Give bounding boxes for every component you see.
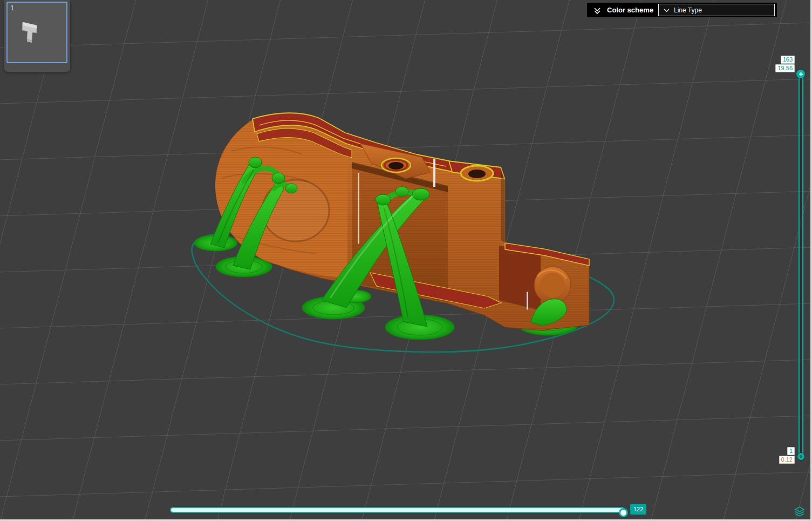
plate-number: 1: [10, 4, 14, 12]
plate-model-icon: [15, 17, 45, 48]
layer-slider-upper-handle[interactable]: [796, 70, 805, 78]
view-type-value: Line Type: [674, 6, 702, 14]
color-scheme-label: Color scheme: [607, 6, 653, 14]
layer-slider-bottom-labels: 1 0.12: [779, 447, 795, 464]
plus-icon: [799, 72, 803, 77]
model-preview: [0, 0, 812, 521]
collapse-legend-button[interactable]: [592, 5, 602, 15]
move-slider-handle[interactable]: [619, 508, 628, 517]
plate-thumbnail[interactable]: 1: [4, 0, 70, 72]
layers-icon: [794, 506, 805, 517]
move-slider: 122: [170, 505, 625, 515]
chevron-down-icon: [664, 8, 670, 12]
top-layer-height: 19.56: [775, 64, 795, 72]
double-chevron-down-icon: [593, 6, 601, 14]
bottom-layer-height: 0.12: [779, 456, 795, 464]
layer-slider-track[interactable]: [799, 73, 803, 458]
move-slider-value: 122: [630, 504, 646, 515]
layer-slider-top-labels: 163 19.56: [775, 56, 795, 72]
layers-button[interactable]: [794, 505, 806, 517]
legend-toolbar: Color scheme Line Type: [587, 3, 777, 17]
view-type-dropdown[interactable]: Line Type: [658, 4, 775, 16]
layer-slider-lower-handle[interactable]: [797, 453, 804, 460]
viewport-3d[interactable]: [0, 0, 812, 521]
plate-thumbnail-frame: 1: [6, 2, 67, 63]
top-layer-number: 163: [781, 56, 795, 64]
move-slider-track[interactable]: [170, 507, 625, 513]
bottom-layer-number: 1: [787, 447, 795, 455]
